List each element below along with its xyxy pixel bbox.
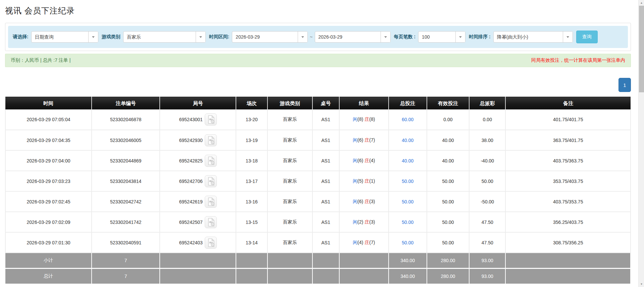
banker-result-label: 庄 [364,158,369,163]
pagination: 1 [5,78,631,92]
tilde-separator: ~ [310,34,312,40]
cell-game-type: 百家乐 [267,109,312,130]
chevron-down-icon [384,36,387,38]
sort-order-select[interactable]: 降幂(由大到小) [493,31,573,43]
cell-remark: 308.75/356.25 [505,232,631,253]
date-from-select[interactable]: 2026-03-29 [232,31,308,43]
total-bet-link[interactable]: 50.00 [402,179,413,184]
cell-bet-id: 523302041742 [92,212,160,232]
cell-total-bet: 40.00 [389,130,427,150]
scrollbar-thumb[interactable] [639,6,644,92]
player-score: (2) [357,219,363,225]
summary-bar: 币别：人民币 | 总共 :7 注单 | 同局有效投注，统一计算在该局第一张注单内 [5,54,631,67]
total-bet-link[interactable]: 50.00 [402,199,413,204]
video-file-icon [206,197,216,206]
video-replay-button[interactable] [205,175,217,187]
game-type-select[interactable]: 百家乐 [123,31,206,43]
table-row: 2026-03-29 07:04:35 523302046005 6952429… [5,130,631,150]
video-replay-button[interactable] [205,216,217,228]
cell-session: 13-17 [236,171,267,191]
video-replay-button[interactable] [205,196,217,208]
cell-game-type: 百家乐 [267,150,312,171]
total-row: 小计 7 340.00 280.00 93.00 [5,253,631,268]
total-bet-link[interactable]: 40.00 [402,138,413,143]
video-replay-button[interactable] [205,134,217,146]
player-result-label: 闲 [353,240,357,245]
column-header: 局号 [160,97,236,109]
date-from-dropdown-button[interactable] [298,32,307,42]
banker-score: (7) [369,240,375,245]
video-file-icon [206,136,216,145]
cell-time: 2026-03-29 07:02:09 [5,212,92,232]
cell-result: 闲(2) 庄(3) [339,212,389,232]
column-header: 总投注 [389,97,427,109]
cell-table-number: AS1 [312,212,339,232]
sort-order-dropdown-button[interactable] [563,32,573,42]
vertical-scrollbar[interactable]: ▲ ▼ [638,0,644,287]
cell-round: 695242507 [160,212,236,232]
cell-table-number: AS1 [312,232,339,253]
cell-total-bet: 50.00 [389,232,427,253]
cell-bet-id: 523302046878 [92,109,160,130]
cell-total-bet: 50.00 [389,171,427,191]
page-number-button[interactable]: 1 [618,78,631,92]
banker-result-label: 庄 [364,178,369,184]
total-bet-link[interactable]: 40.00 [402,158,413,163]
banker-score: (1) [369,178,375,184]
date-from-value: 2026-03-29 [232,32,298,42]
game-type-dropdown-button[interactable] [196,32,205,42]
cell-valid-bet: 0.00 [427,109,469,130]
page-size-select[interactable]: 100 [418,31,465,43]
player-score: (6) [357,137,363,143]
total-row-count: 7 [92,268,160,284]
cell-remark: 403.75/363.75 [505,150,631,171]
query-type-dropdown-button[interactable] [88,32,98,42]
cell-remark: 356.25/403.75 [505,212,631,232]
video-replay-button[interactable] [205,113,217,126]
total-bet-link[interactable]: 50.00 [402,240,413,245]
round-number: 695242619 [179,199,203,204]
page-title: 视讯 会员下注纪录 [5,5,631,16]
column-header: 总派彩 [469,97,505,109]
total-row-payout: 93.00 [469,268,505,284]
banker-result-label: 庄 [364,199,369,204]
cell-valid-bet: 50.00 [427,232,469,253]
query-type-label: 请选择: [13,34,29,40]
scroll-up-icon[interactable]: ▲ [639,0,644,6]
search-button[interactable]: 查询 [576,31,598,43]
total-bet-link[interactable]: 50.00 [402,220,413,225]
scroll-down-icon[interactable]: ▼ [639,281,644,287]
date-to-select[interactable]: 2026-03-29 [315,31,391,43]
cell-payout: 0.00 [469,109,505,130]
cell-round: 695242825 [160,150,236,171]
cell-total-bet: 40.00 [389,150,427,171]
total-bet-link[interactable]: 60.00 [402,117,413,122]
video-replay-button[interactable] [205,155,217,167]
round-number: 695242403 [179,240,203,245]
table-row: 2026-03-29 07:03:23 523302043814 6952427… [5,171,631,191]
cell-time: 2026-03-29 07:05:04 [5,109,92,130]
cell-table-number: AS1 [312,171,339,191]
query-type-select[interactable]: 日期查询 [31,31,98,43]
currency-total-text: 币别：人民币 | 总共 :7 注单 | [11,57,70,63]
game-type-label: 游戏类别 [102,34,120,40]
video-replay-button[interactable] [205,237,217,249]
total-row-empty [339,253,389,268]
table-row: 2026-03-29 07:02:09 523302041742 6952425… [5,212,631,232]
table-row: 2026-03-29 07:05:04 523302046878 6952430… [5,109,631,130]
cell-session: 13-14 [236,232,267,253]
total-row-valid-bet: 280.00 [427,268,469,284]
date-to-dropdown-button[interactable] [381,32,390,42]
total-row-label: 总计 [5,268,92,284]
cell-time: 2026-03-29 07:03:23 [5,171,92,191]
column-header: 游戏类别 [267,97,312,109]
video-file-icon [206,156,216,165]
cell-remark: 403.75/353.75 [505,191,631,212]
total-row-empty [236,268,267,284]
page-size-dropdown-button[interactable] [455,32,465,42]
cell-game-type: 百家乐 [267,130,312,150]
chevron-down-icon [301,36,304,38]
chevron-down-icon [199,36,202,38]
total-row-empty [312,268,339,284]
cell-round: 695242403 [160,232,236,253]
